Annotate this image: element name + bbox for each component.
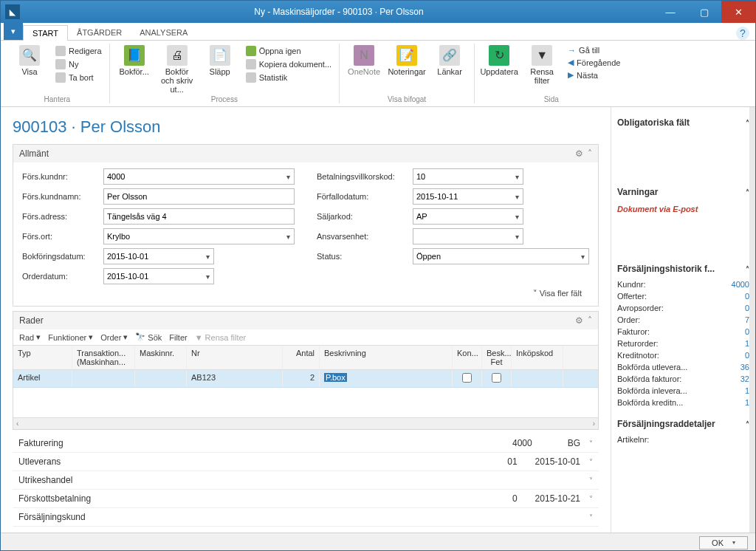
summary-forskott[interactable]: Förskottsbetalning02015-10-21˅ (13, 490, 599, 508)
input-ansvarsenhet[interactable] (413, 228, 523, 244)
panel-header-rader[interactable]: Rader ⚙˄ (13, 312, 598, 329)
col-besk[interactable]: Beskrivning (320, 346, 453, 369)
hist-row[interactable]: Bokförda kreditn...1 (617, 397, 749, 408)
onenote-icon: N (354, 45, 374, 66)
cell-ink[interactable] (512, 370, 563, 387)
copy-doc-button[interactable]: Kopiera dokument... (243, 58, 334, 70)
cell-trans[interactable] (72, 370, 135, 387)
funktioner-menu[interactable]: Funktioner ▾ (48, 332, 93, 342)
input-kundnr[interactable] (103, 168, 295, 185)
help-icon[interactable]: ? (736, 27, 749, 40)
visa-button[interactable]: 🔍Visa (10, 44, 49, 78)
cell-antal[interactable]: 2 (283, 370, 320, 387)
sok-button[interactable]: 🔭Sök (135, 332, 162, 342)
side-varn-header[interactable]: Varningar˄ (617, 182, 749, 202)
cell-mask[interactable] (135, 370, 187, 387)
col-typ[interactable]: Typ (13, 346, 72, 369)
uppdatera-button[interactable]: ↻Uppdatera (479, 44, 519, 78)
footer: OK (1, 533, 755, 551)
col-mask[interactable]: Maskinnr. (135, 346, 187, 369)
hist-row[interactable]: Avropsorder:0 (617, 302, 749, 314)
hist-row[interactable]: Bokförda fakturor:32 (617, 373, 749, 385)
panel-header-allmant[interactable]: Allmänt ⚙˄ (13, 145, 598, 162)
input-orderdatum[interactable] (103, 268, 214, 284)
goto-button[interactable]: →Gå till (565, 45, 623, 55)
filter-button[interactable]: Filter (169, 333, 187, 342)
order-menu[interactable]: Order ▾ (100, 332, 128, 342)
open-again-button[interactable]: Öppna igen (243, 45, 334, 57)
cell-typ[interactable]: Artikel (13, 370, 72, 387)
input-kundnamn[interactable] (103, 188, 295, 205)
group-bifogat-label: Visa bifogat (388, 95, 426, 103)
rad-menu[interactable]: Rad ▾ (19, 332, 41, 342)
collapse-icon[interactable]: ˄ (588, 148, 592, 159)
lankar-label: Länkar (437, 67, 462, 76)
show-more-fields[interactable]: ˅ Visa fler fält (22, 284, 589, 300)
rensa-filter-btn[interactable]: ▼Rensa filter (195, 333, 247, 342)
cell-fet[interactable] (482, 370, 512, 387)
hist-row[interactable]: Kundnr:4000 (617, 278, 749, 290)
hist-row[interactable]: Kreditnotor:0 (617, 349, 749, 361)
maximize-button[interactable]: ▢ (687, 1, 721, 23)
sum-label: Fakturering (18, 438, 504, 448)
minimize-button[interactable]: — (653, 1, 687, 23)
tab-start[interactable]: START (23, 25, 68, 41)
delete-button[interactable]: Ta bort (52, 72, 105, 83)
checkbox-kon[interactable] (462, 373, 472, 383)
new-button[interactable]: Ny (52, 58, 105, 70)
cell-nr[interactable]: AB123 (187, 370, 283, 387)
hist-row[interactable]: Bokförda inlevera...1 (617, 385, 749, 397)
ribbon: 🔍Visa Redigera Ny Ta bort Hantera 📘Bokfö… (1, 41, 755, 107)
rensa-filter-button[interactable]: ▼Rensa filter (522, 44, 562, 86)
prev-button[interactable]: ◀Föregående (565, 57, 623, 68)
grid-row[interactable]: Artikel AB123 2 P.box (13, 370, 598, 388)
input-saljarkod[interactable] (413, 208, 523, 225)
onenote-button[interactable]: NOneNote (344, 44, 384, 78)
cell-kon[interactable] (453, 370, 482, 387)
next-button[interactable]: ▶Nästa (565, 69, 623, 81)
input-adress[interactable] (103, 208, 295, 225)
side-oblig-header[interactable]: Obligatoriska fält˄ (617, 113, 749, 132)
col-nr[interactable]: Nr (187, 346, 283, 369)
hist-row[interactable]: Order:7 (617, 314, 749, 326)
collapse-icon[interactable]: ˄ (588, 315, 592, 326)
input-status[interactable] (413, 248, 589, 264)
input-ort[interactable] (103, 228, 295, 244)
label-status: Status: (317, 252, 413, 261)
gear-icon[interactable]: ⚙ (575, 315, 583, 326)
hist-row[interactable]: Bokförda utlevera...36 (617, 361, 749, 373)
input-bokfdatum[interactable] (103, 248, 214, 264)
hist-row[interactable]: Fakturor:0 (617, 326, 749, 338)
ok-button[interactable]: OK (699, 536, 748, 550)
edit-button[interactable]: Redigera (52, 45, 105, 57)
input-forfallo[interactable] (413, 188, 523, 205)
hist-row[interactable]: Offerter:0 (617, 290, 749, 302)
grid-hscrollbar[interactable]: ‹› (13, 417, 598, 429)
summary-forskund[interactable]: Försäljningskund˅ (13, 508, 599, 527)
input-betvillkor[interactable] (413, 168, 523, 185)
file-menu[interactable]: ▾ (4, 22, 23, 40)
col-ink[interactable]: Inköpskod (512, 346, 563, 369)
col-antal[interactable]: Antal (283, 346, 320, 369)
stats-button[interactable]: Statistik (243, 72, 334, 83)
hist-row[interactable]: Returorder:1 (617, 338, 749, 349)
bokfor-skriv-button[interactable]: 🖨Bokför och skriv ut... (157, 44, 197, 95)
close-button[interactable]: ✕ (721, 1, 755, 23)
tab-analyze[interactable]: ANALYSERA (131, 25, 196, 40)
cell-besk[interactable]: P.box (320, 370, 453, 387)
summary-fakturering[interactable]: Fakturering4000BG˅ (13, 434, 599, 453)
summary-utleverans[interactable]: Utleverans012015-10-01˅ (13, 453, 599, 471)
bokfor-button[interactable]: 📘Bokför... (114, 44, 154, 78)
col-fet[interactable]: Besk... Fet (482, 346, 512, 369)
summary-utrikeshandel[interactable]: Utrikeshandel˅ (13, 471, 599, 490)
tab-actions[interactable]: ÅTGÄRDER (68, 25, 131, 40)
checkbox-fet[interactable] (492, 373, 501, 383)
col-trans[interactable]: Transaktion... (Maskinhan... (72, 346, 135, 369)
lankar-button[interactable]: 🔗Länkar (430, 44, 470, 78)
col-kon[interactable]: Kon... (453, 346, 482, 369)
side-detail-header[interactable]: Försäljningsraddetaljer˄ (617, 414, 749, 434)
noteringar-button[interactable]: 📝Noteringar (387, 44, 427, 78)
slapp-button[interactable]: 📄Släpp (200, 44, 240, 78)
gear-icon[interactable]: ⚙ (575, 148, 583, 159)
side-hist-header[interactable]: Försäljningshistorik f...˄ (617, 259, 749, 278)
